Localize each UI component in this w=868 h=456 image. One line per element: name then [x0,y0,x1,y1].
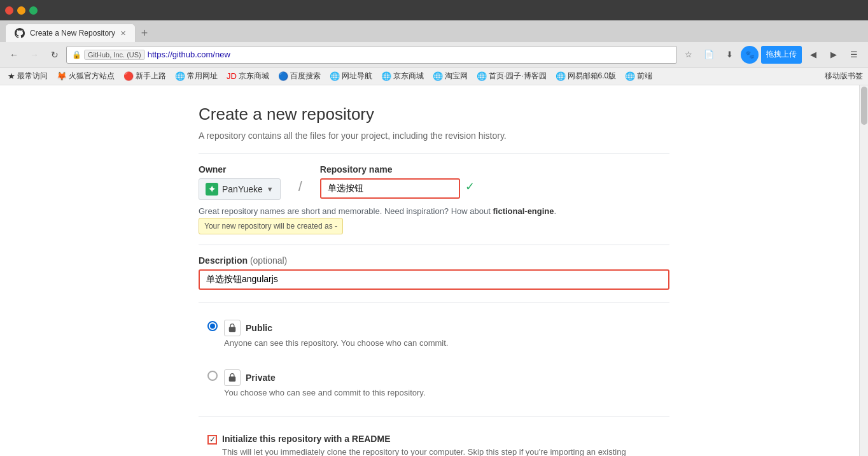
reader-btn[interactable]: 📄 [700,46,718,64]
download-btn[interactable]: ⬇ [720,46,738,64]
bookmark-label: 百度搜索 [290,71,321,82]
address-text: https://github.com/new [148,50,671,59]
bookmark-icon: ★ [8,71,15,81]
plus-icon: ✦ [208,184,216,194]
repo-name-input-row: ✓ [320,178,475,199]
owner-avatar: ✦ [206,183,218,196]
upload-btn[interactable]: 拖拽上传 [761,46,802,64]
bookmark-label: 网址导航 [342,71,372,82]
window-maximize-btn[interactable] [29,6,38,15]
bookmark-label: 常用网址 [187,71,218,82]
scrollbar[interactable] [859,85,868,456]
bookmark-newbie[interactable]: 🔴 新手上路 [121,69,169,83]
private-radio-content: Private You choose who can see and commi… [224,369,661,397]
bookmark-jd2[interactable]: 🌐 京东商城 [379,69,426,83]
divider2 [199,245,669,245]
owner-field-group: Owner ✦ PanYueke ▼ [199,164,281,200]
description-input[interactable] [199,269,669,290]
page-title: Create a new repository [199,104,669,124]
divider3 [199,303,669,303]
bookmark-common[interactable]: 🌐 常用网址 [172,69,220,83]
owner-select[interactable]: ✦ PanYueke ▼ [199,178,281,200]
forward-btn[interactable]: → [25,46,43,64]
dropdown-arrow-icon: ▼ [267,185,274,193]
private-radio[interactable] [207,371,218,381]
back-btn[interactable]: ← [5,46,23,64]
owner-name: PanYueke [222,184,263,194]
private-option[interactable]: Private You choose who can see and commi… [199,363,669,404]
nav-bar: ← → ↻ 🔒 GitHub, Inc. (US) https://github… [0,42,868,68]
bookmark-label: 京东商城 [393,71,424,82]
tooltip-bubble: Your new repository will be created as - [199,218,343,234]
bookmark-baidu[interactable]: 🔵 百度搜索 [276,69,323,83]
bookmark-label: 前端 [637,71,652,82]
bookmark-label: 新手上路 [136,71,166,82]
github-icon [15,28,25,38]
bookmark-jd1[interactable]: JD 京东商城 [224,69,272,83]
public-radio[interactable] [207,321,218,331]
common-icon: 🌐 [175,71,185,81]
site-badge: GitHub, Inc. (US) [84,50,145,60]
bookmark-frontend[interactable]: 🌐 前端 [622,69,655,83]
title-bar [0,0,868,20]
repo-name-label: Repository name [320,164,475,175]
public-radio-content: Public Anyone can see this repository. Y… [224,320,661,348]
tab-close-btn[interactable]: ✕ [120,29,126,38]
tab-title: Create a New Repository [30,29,115,38]
page-subtitle: A repository contains all the files for … [199,131,669,141]
bookmarks-bar: ★ 最常访问 🦊 火狐官方站点 🔴 新手上路 🌐 常用网址 JD 京东商城 🔵 … [0,68,868,85]
firefox-icon: 🦊 [57,71,67,81]
new-tab-btn[interactable]: + [136,24,153,42]
jd-icon: JD [227,71,237,81]
owner-repo-section: Owner ✦ PanYueke ▼ / Repository name ✓ [199,164,669,200]
checkbox-check-icon: ✓ [209,435,216,444]
browser-chrome: Create a New Repository ✕ + ← → ↻ 🔒 GitH… [0,0,868,85]
tab-bar: Create a New Repository ✕ + [0,20,868,42]
newbie-icon: 🔴 [123,71,134,81]
scroll-thumb [861,87,867,125]
init-section: ✓ Initialize this repository with a READ… [199,427,669,457]
bookmark-taobao[interactable]: 🌐 淘宝网 [430,69,470,83]
public-icon [224,320,241,336]
bookmark-label: 最常访问 [17,71,48,82]
profile-btn[interactable]: 🐾 [741,46,759,64]
init-desc: This will let you immediately clone the … [222,447,661,457]
bookmark-firefox[interactable]: 🦊 火狐官方站点 [54,69,117,83]
cnblogs-icon: 🌐 [477,71,487,81]
suggestion-link[interactable]: fictional-engine [493,206,554,216]
public-option[interactable]: Public Anyone can see this repository. Y… [199,313,669,354]
lock-icon: 🔒 [72,50,81,59]
menu-btn[interactable]: ☰ [845,46,863,64]
valid-check-icon: ✓ [465,180,475,194]
bookmark-btn[interactable]: ☆ [680,46,697,64]
content-area: Create a new repository A repository con… [186,85,682,456]
nav-next-btn[interactable]: ▶ [825,46,843,64]
public-desc: Anyone can see this repository. You choo… [224,338,661,348]
bookmark-nav[interactable]: 🌐 网址导航 [327,69,375,83]
hint-text: Great repository names are short and mem… [199,205,669,234]
init-checkbox[interactable]: ✓ [207,435,217,445]
active-tab[interactable]: Create a New Repository ✕ [5,24,136,42]
frontend-icon: 🌐 [625,71,635,81]
window-close-btn[interactable] [5,6,13,15]
bookmark-cnblogs[interactable]: 🌐 首页·园子·博客园 [474,69,549,83]
bookmark-label: 首页·园子·博客园 [489,71,547,82]
visibility-section: Public Anyone can see this repository. Y… [199,313,669,404]
nav-prev-btn[interactable]: ◀ [804,46,822,64]
nav-icon: 🌐 [330,71,340,81]
window-minimize-btn[interactable] [17,6,25,15]
public-label: Public [246,323,272,333]
repo-name-input[interactable] [320,178,460,199]
address-bar[interactable]: 🔒 GitHub, Inc. (US) https://github.com/n… [66,46,677,64]
private-icon-label: Private [224,369,661,386]
163-icon: 🌐 [556,71,566,81]
repo-name-field-group: Repository name ✓ [320,164,475,200]
refresh-btn[interactable]: ↻ [46,46,64,64]
bookmark-163[interactable]: 🌐 网易邮箱6.0版 [553,69,619,83]
bookmark-most-visited[interactable]: ★ 最常访问 [5,69,50,83]
description-label: Description (optional) [199,255,669,266]
page-content: Create a new repository A repository con… [0,85,868,456]
mobile-bookmarks[interactable]: 移动版书签 [825,71,863,82]
description-section: Description (optional) [199,255,669,290]
optional-label: (optional) [250,255,287,266]
